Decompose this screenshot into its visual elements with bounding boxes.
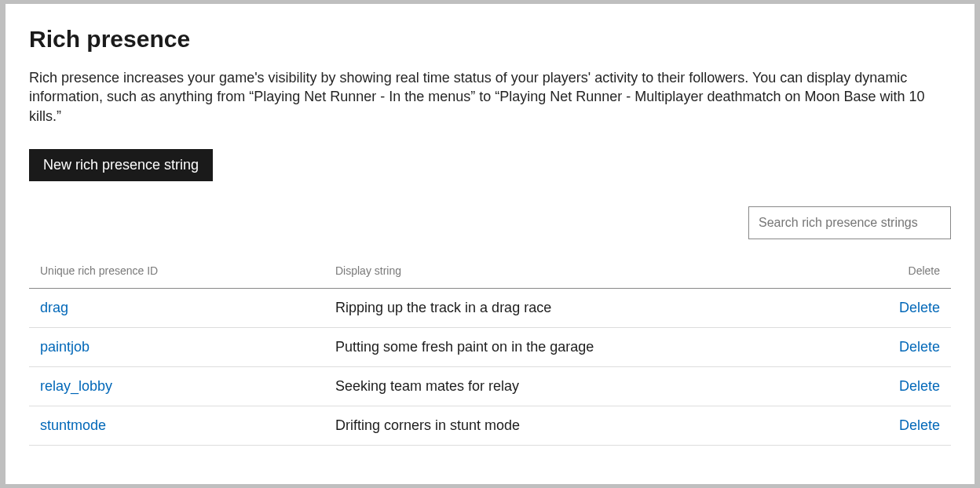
display-string: Ripping up the track in a drag race <box>324 288 865 327</box>
display-string: Drifting corners in stunt mode <box>324 406 865 445</box>
table-row: relay_lobbySeeking team mates for relayD… <box>29 366 951 406</box>
search-input[interactable] <box>748 206 951 239</box>
table-header-row: Unique rich presence ID Display string D… <box>29 257 951 289</box>
presence-id-link[interactable]: stuntmode <box>40 417 106 433</box>
col-header-id: Unique rich presence ID <box>29 257 324 289</box>
display-string: Putting some fresh paint on in the garag… <box>324 327 865 366</box>
delete-link[interactable]: Delete <box>899 378 940 394</box>
display-string: Seeking team mates for relay <box>324 366 865 406</box>
delete-link[interactable]: Delete <box>899 300 940 315</box>
rich-presence-table: Unique rich presence ID Display string D… <box>29 257 951 446</box>
presence-id-link[interactable]: drag <box>40 300 68 315</box>
col-header-display: Display string <box>324 257 865 289</box>
presence-id-link[interactable]: paintjob <box>40 339 90 355</box>
rich-presence-panel: Rich presence Rich presence increases yo… <box>5 4 975 484</box>
page-description: Rich presence increases your game's visi… <box>29 68 951 126</box>
search-row <box>29 206 951 239</box>
table-row: paintjobPutting some fresh paint on in t… <box>29 327 951 366</box>
new-rich-presence-button[interactable]: New rich presence string <box>29 149 213 181</box>
table-row: stuntmodeDrifting corners in stunt modeD… <box>29 406 951 445</box>
col-header-delete: Delete <box>865 257 951 289</box>
delete-link[interactable]: Delete <box>899 417 940 433</box>
page-title: Rich presence <box>29 26 951 53</box>
table-row: dragRipping up the track in a drag raceD… <box>29 288 951 327</box>
presence-id-link[interactable]: relay_lobby <box>40 378 112 394</box>
delete-link[interactable]: Delete <box>899 339 940 355</box>
